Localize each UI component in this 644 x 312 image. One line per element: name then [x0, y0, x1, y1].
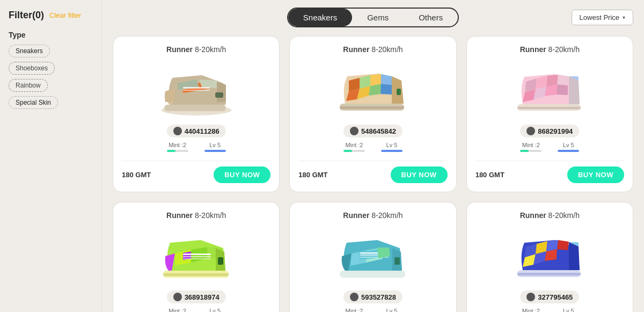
token-icon-1: [350, 127, 358, 135]
card-title-2: Runner 8-20km/h: [520, 45, 580, 54]
lv-bar-1: [381, 150, 402, 152]
token-badge-5: 327795465: [520, 291, 579, 303]
mint-bar-1: [343, 150, 365, 152]
svg-rect-44: [394, 257, 400, 265]
mint-bar-fill-1: [343, 150, 352, 152]
card-stats-2: Mint :2 Lv 5: [475, 142, 624, 152]
lv-bar-fill-2: [558, 150, 579, 152]
token-icon-4: [350, 293, 358, 301]
token-id-0: 440411286: [185, 127, 219, 135]
card-stats-3: Mint :2 Lv 5: [122, 308, 270, 312]
lv-bar-fill-1: [381, 150, 402, 152]
lv-stat-4: Lv 5: [381, 308, 402, 312]
clear-filter-link[interactable]: Clear filter: [49, 11, 81, 19]
svg-rect-56: [517, 273, 581, 275]
svg-rect-34: [183, 258, 211, 259]
buy-button-1[interactable]: BUY NOW: [391, 166, 448, 183]
svg-rect-36: [163, 273, 229, 276]
type-label: Type: [9, 31, 93, 39]
price-2: 180 GMT: [475, 171, 504, 179]
card-footer-0: 180 GMT BUY NOW: [122, 161, 270, 183]
card-title-1: Runner 8-20km/h: [343, 45, 402, 54]
card-title-4: Runner 8-20km/h: [343, 211, 402, 220]
sneaker-image-3: [153, 225, 239, 284]
mint-stat-2: Mint :2: [520, 142, 541, 152]
sneaker-card-5: Runner 8-20km/h: [466, 202, 633, 312]
svg-marker-49: [557, 249, 568, 260]
card-stats-4: Mint :2 Lv 5: [298, 308, 447, 312]
tab-group: SneakersGemsOthers: [287, 8, 459, 27]
svg-rect-37: [340, 271, 405, 278]
sort-label: Lowest Price: [580, 13, 619, 21]
sneaker-card-0: Runner 8-20km/h: [113, 36, 280, 192]
card-stats-1: Mint :2 Lv 5: [298, 142, 447, 152]
token-icon-3: [173, 293, 182, 301]
lv-bar-0: [204, 150, 226, 152]
filter-tag-special-skin[interactable]: Special Skin: [9, 96, 58, 109]
token-icon-5: [526, 293, 535, 301]
lv-stat-3: Lv 5: [204, 308, 226, 312]
tab-sneakers[interactable]: Sneakers: [288, 9, 352, 26]
svg-rect-32: [183, 253, 211, 255]
token-id-2: 868291994: [538, 127, 573, 135]
svg-marker-13: [381, 74, 392, 85]
svg-marker-24: [557, 75, 569, 85]
card-title-5: Runner 8-20km/h: [520, 211, 580, 220]
price-1: 180 GMT: [298, 171, 327, 179]
svg-rect-15: [397, 89, 401, 95]
buy-button-0[interactable]: BUY NOW: [214, 166, 270, 183]
sneaker-card-1: Runner 8-20km/h 548645: [289, 36, 456, 192]
token-id-3: 368918974: [185, 293, 219, 301]
lv-stat-1: Lv 5: [381, 142, 402, 152]
filter-tags: SneakersShoeboxesRainbowSpecial Skin: [9, 45, 93, 109]
mint-stat-5: Mint :2: [520, 308, 541, 312]
svg-rect-33: [183, 256, 211, 257]
tab-others[interactable]: Others: [404, 9, 458, 26]
mint-stat-3: Mint :2: [167, 308, 188, 312]
sidebar: Filter(0) Clear filter Type SneakersShoe…: [0, 0, 102, 312]
main-content: SneakersGemsOthers Lowest Price ▾ Runner…: [102, 0, 644, 312]
mint-bar-2: [520, 150, 541, 152]
token-id-5: 327795465: [538, 293, 573, 301]
buy-button-2[interactable]: BUY NOW: [567, 166, 624, 183]
lv-stat-0: Lv 5: [204, 142, 226, 152]
svg-rect-3: [183, 90, 210, 91]
cards-grid: Runner 8-20km/h: [113, 36, 633, 312]
sneaker-card-3: Runner 8-20km/h: [113, 202, 280, 312]
filter-tag-shoeboxes[interactable]: Shoeboxes: [9, 62, 55, 75]
token-badge-4: 593527828: [343, 291, 402, 303]
card-footer-2: 180 GMT BUY NOW: [475, 161, 624, 183]
token-badge-2: 868291994: [520, 125, 579, 137]
sneaker-image-0: [153, 59, 239, 118]
lv-bar-fill-0: [204, 150, 226, 152]
token-badge-3: 368918974: [167, 291, 226, 303]
sneaker-image-1: [330, 59, 416, 118]
chevron-down-icon: ▾: [623, 14, 625, 20]
card-stats-0: Mint :2 Lv 5: [122, 142, 270, 152]
sneaker-card-4: Runner 8-20km/h: [289, 202, 456, 312]
token-id-4: 593527828: [361, 293, 396, 301]
mint-bar-0: [167, 150, 188, 152]
token-icon-0: [173, 127, 182, 135]
mint-bar-fill-0: [167, 150, 175, 152]
lv-stat-2: Lv 5: [558, 142, 579, 152]
lv-stat-5: Lv 5: [558, 308, 579, 312]
price-0: 180 GMT: [122, 171, 151, 179]
tab-gems[interactable]: Gems: [352, 9, 404, 26]
filter-tag-sneakers[interactable]: Sneakers: [9, 45, 50, 57]
token-id-1: 548645842: [361, 127, 396, 135]
filter-title: Filter(0): [9, 10, 44, 21]
card-footer-1: 180 GMT BUY NOW: [298, 161, 447, 183]
svg-rect-2: [183, 87, 210, 89]
token-badge-0: 440411286: [167, 125, 226, 137]
mint-bar-fill-2: [520, 150, 529, 152]
card-title-3: Runner 8-20km/h: [166, 211, 226, 220]
mint-stat-1: Mint :2: [343, 142, 365, 152]
token-icon-2: [526, 127, 535, 135]
svg-marker-53: [557, 240, 569, 250]
card-stats-5: Mint :2 Lv 5: [475, 308, 624, 312]
card-title-0: Runner 8-20km/h: [166, 45, 226, 54]
mint-stat-4: Mint :2: [343, 308, 365, 312]
filter-tag-rainbow[interactable]: Rainbow: [9, 79, 48, 92]
sort-dropdown[interactable]: Lowest Price ▾: [572, 10, 633, 25]
